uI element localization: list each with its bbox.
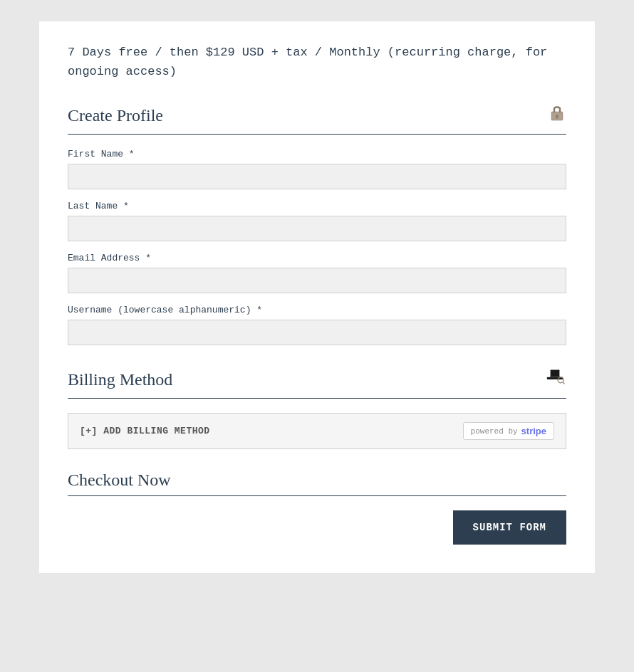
add-billing-box: [+] ADD BILLING METHOD powered by stripe	[68, 413, 566, 449]
email-label: Email Address *	[68, 253, 566, 263]
email-required: *	[145, 253, 151, 263]
svg-line-7	[563, 382, 564, 384]
checkout-title: Checkout Now	[68, 471, 171, 490]
submit-area: SUBMIT FORM	[68, 510, 566, 545]
billing-header: Billing Method	[68, 367, 566, 392]
checkout-section: Checkout Now SUBMIT FORM	[68, 471, 566, 545]
last-name-label: Last Name *	[68, 201, 566, 211]
last-name-required: *	[123, 201, 129, 211]
svg-rect-5	[551, 377, 560, 378]
username-label: Username (lowercase alphanumeric) *	[68, 305, 566, 315]
hat-icon	[544, 367, 566, 392]
create-profile-header: Create Profile	[68, 103, 566, 128]
stripe-label: stripe	[521, 426, 546, 436]
checkout-header: Checkout Now	[68, 471, 566, 490]
first-name-group: First Name *	[68, 149, 566, 189]
username-required: *	[256, 305, 262, 315]
first-name-input[interactable]	[68, 164, 566, 189]
svg-point-1	[556, 115, 558, 117]
powered-by-stripe: powered by stripe	[463, 422, 554, 440]
first-name-required: *	[129, 149, 135, 159]
billing-section: Billing Method [+] ADD BILLING METHOD	[68, 367, 566, 449]
email-group: Email Address *	[68, 253, 566, 293]
page-container: 7 Days free / then $129 USD + tax / Mont…	[39, 21, 595, 573]
create-profile-divider	[68, 134, 566, 135]
add-billing-label[interactable]: [+] ADD BILLING METHOD	[80, 426, 210, 436]
username-group: Username (lowercase alphanumeric) *	[68, 305, 566, 345]
pricing-description: 7 Days free / then $129 USD + tax / Mont…	[68, 43, 566, 81]
first-name-label: First Name *	[68, 149, 566, 159]
username-input[interactable]	[68, 320, 566, 345]
checkout-divider	[68, 495, 566, 496]
last-name-group: Last Name *	[68, 201, 566, 241]
billing-title: Billing Method	[68, 370, 172, 389]
last-name-input[interactable]	[68, 216, 566, 241]
submit-button[interactable]: SUBMIT FORM	[453, 510, 566, 545]
lock-icon	[548, 103, 566, 128]
powered-by-text: powered by	[471, 427, 518, 436]
create-profile-title: Create Profile	[68, 106, 163, 125]
email-input[interactable]	[68, 268, 566, 293]
billing-divider	[68, 398, 566, 399]
